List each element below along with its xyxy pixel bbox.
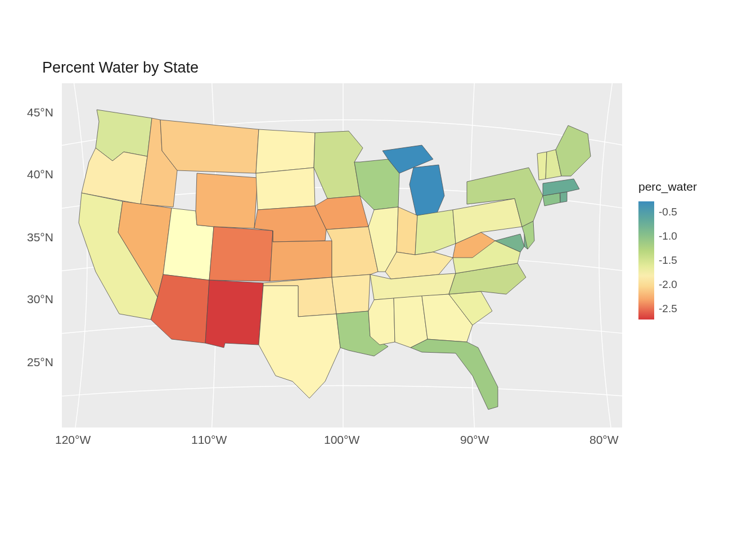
x-tick-110: 110°W xyxy=(191,433,227,447)
map-svg xyxy=(62,83,622,428)
state-rhode-island xyxy=(560,192,567,202)
y-tick-40: 40°N xyxy=(27,168,53,181)
state-indiana xyxy=(397,207,417,255)
y-tick-25: 25°N xyxy=(27,356,53,369)
x-tick-80: 80°W xyxy=(590,433,619,447)
legend-label-2: -1.5 xyxy=(659,254,677,267)
colorbar xyxy=(638,201,654,320)
y-tick-45: 45°N xyxy=(27,106,53,119)
states xyxy=(79,110,591,410)
x-tick-100: 100°W xyxy=(324,433,359,447)
state-florida xyxy=(411,339,498,410)
legend-label-4: -2.5 xyxy=(659,303,677,315)
state-wyoming xyxy=(196,173,258,228)
state-north-dakota xyxy=(256,129,315,173)
state-michigan-lp xyxy=(410,165,444,215)
state-vermont xyxy=(537,152,547,180)
state-arkansas xyxy=(332,274,370,314)
state-montana xyxy=(160,120,259,173)
legend-label-1: -1.0 xyxy=(659,230,677,242)
legend-label-3: -2.0 xyxy=(659,278,677,291)
state-colorado xyxy=(209,227,273,281)
legend-label-0: -0.5 xyxy=(659,206,677,218)
plot-panel xyxy=(62,83,622,428)
x-tick-120: 120°W xyxy=(55,433,91,447)
legend-title: perc_water xyxy=(638,180,740,194)
state-ohio xyxy=(415,210,456,255)
chart-container: Percent Water by State xyxy=(0,0,756,540)
x-tick-90: 90°W xyxy=(460,433,489,447)
y-tick-35: 35°N xyxy=(27,231,53,244)
state-alabama xyxy=(394,296,428,348)
legend: perc_water -0.5 -1.0 -1.5 -2.0 -2.5 xyxy=(638,180,740,198)
chart-title: Percent Water by State xyxy=(42,59,199,76)
state-maine xyxy=(556,125,591,176)
y-tick-30: 30°N xyxy=(27,292,53,306)
state-mississippi xyxy=(368,298,395,345)
state-south-dakota xyxy=(256,168,315,210)
state-new-mexico xyxy=(205,280,263,348)
